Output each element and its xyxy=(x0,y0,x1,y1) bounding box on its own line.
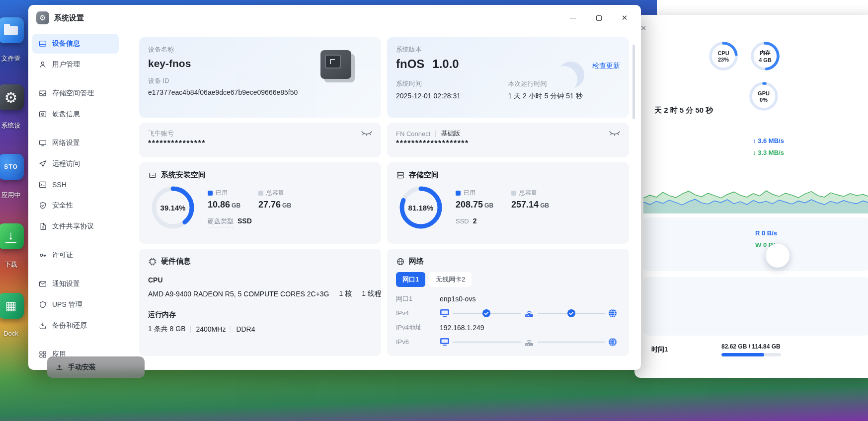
sidebar-item-label: 备份和还原 xyxy=(52,321,87,330)
sidebar-item-notifications[interactable]: 通知设置 xyxy=(32,274,119,294)
monitor-uptime: 天 2 时 5 分 50 秒 xyxy=(654,106,713,115)
divider xyxy=(190,326,191,333)
sidebar-item-user-management[interactable]: 用户管理 xyxy=(32,55,119,74)
docker-icon: ▦ xyxy=(0,293,24,319)
memory-gauge: 内存4 GB xyxy=(750,41,781,71)
sidebar-item-label: 存储空间管理 xyxy=(52,89,94,98)
used-value: 208.75 xyxy=(456,200,483,210)
sidebar-item-storage-pool[interactable]: 存储空间管理 xyxy=(32,83,119,103)
close-button[interactable]: ✕ xyxy=(615,10,634,25)
sidebar-item-label: 安全性 xyxy=(52,201,73,210)
storage-panel xyxy=(643,277,868,336)
monitor-close-icon[interactable]: ✕ xyxy=(640,24,647,33)
ram-frequency: 2400MHz xyxy=(196,325,226,333)
sidebar-item-file-sharing[interactable]: 文件共享协议 xyxy=(32,216,119,236)
network-globe-icon xyxy=(396,257,405,266)
sidebar-item-backup-restore[interactable]: 备份和还原 xyxy=(32,316,119,336)
desktop-icon-label: 下载 xyxy=(0,260,30,269)
ram-spec-row: 1 条共 8 GB 2400MHz DDR4 xyxy=(148,325,372,334)
card-network: 网络 网口1 无线网卡2 网口1 enp1s0-ovs xyxy=(387,249,629,356)
sidebar-item-label: 远程访问 xyxy=(52,159,80,168)
storage-space-donut: 81.18% xyxy=(399,186,443,229)
fn-account-label: 飞牛账号 xyxy=(148,129,174,138)
settings-sidebar: 设备信息 用户管理 存储空间管理 硬盘信息 网络设置 xyxy=(28,31,123,370)
total-legend-swatch xyxy=(258,191,263,196)
eye-closed-icon[interactable] xyxy=(361,131,372,137)
eye-closed-icon[interactable] xyxy=(609,131,620,137)
disk-type-label: 硬盘类型 xyxy=(208,217,234,227)
ram-section-label: 运行内存 xyxy=(148,310,372,319)
license-key-icon xyxy=(38,251,47,260)
disk-read-speed: R 0 B/s xyxy=(755,229,777,237)
router-icon xyxy=(524,309,535,318)
link-line xyxy=(538,342,606,343)
sidebar-item-network-settings[interactable]: 网络设置 xyxy=(32,133,119,153)
card-storage-space: 存储空间 81.18% 已用 208.7 xyxy=(387,162,629,244)
sidebar-item-disk-info[interactable]: 硬盘信息 xyxy=(32,104,119,124)
desktop-icon-app-center[interactable]: STO 应用中 xyxy=(0,154,30,200)
ssd-count-label: SSD xyxy=(456,217,469,225)
network-download-speed: ↓ 3.3 MB/s xyxy=(753,149,852,156)
ipv4-address-value: 192.168.1.249 xyxy=(440,324,484,332)
maximize-button[interactable] xyxy=(589,10,608,25)
tab-wireless2[interactable]: 无线网卡2 xyxy=(429,272,472,287)
network-icon xyxy=(38,139,47,147)
ipv4-address-row: IPv4地址 192.168.1.249 xyxy=(396,320,620,335)
sidebar-item-device-info[interactable]: 设备信息 xyxy=(32,34,119,54)
sidebar-item-ssh[interactable]: SSH xyxy=(32,175,119,195)
used-value: 10.86 xyxy=(208,200,230,210)
card-device-info: 设备名称 key-fnos 设备 ID e17377eac4b84f06ae9d… xyxy=(139,37,381,118)
disk-type-value: SSD xyxy=(237,217,252,225)
dock-manual-install[interactable]: 手动安装 xyxy=(47,356,145,378)
sidebar-item-security[interactable]: 安全性 xyxy=(32,196,119,215)
globe-icon xyxy=(608,309,617,318)
used-label: 已用 xyxy=(464,189,475,197)
port-label: 网口1 xyxy=(396,294,440,303)
desktop-icon-docker[interactable]: ▦ Dock xyxy=(0,293,30,337)
desktop-icon-system-settings[interactable]: ⚙ 系统设 xyxy=(0,84,30,130)
desktop-icon-downloads[interactable]: ↓ 下载 xyxy=(0,223,30,269)
ram-type: DDR4 xyxy=(236,325,255,333)
card-hardware-info: 硬件信息 CPU AMD A9-9400 RADEON R5, 5 COMPUT… xyxy=(139,249,381,356)
computer-icon xyxy=(440,338,450,346)
mail-icon xyxy=(38,280,47,288)
used-label: 已用 xyxy=(216,189,228,197)
desktop-icon-file-manager[interactable]: 文件管 xyxy=(0,17,30,63)
minimize-icon xyxy=(570,18,576,18)
cpu-section-label: CPU xyxy=(148,276,372,284)
port-value: enp1s0-ovs xyxy=(440,295,475,303)
dock-label: 手动安装 xyxy=(68,363,96,372)
up-arrow-icon: ↑ xyxy=(753,137,756,144)
scrollbar-thumb[interactable] xyxy=(632,45,635,119)
tab-lan1[interactable]: 网口1 xyxy=(396,272,425,287)
port-row: 网口1 enp1s0-ovs xyxy=(396,291,620,306)
sidebar-item-label: 文件共享协议 xyxy=(52,222,94,231)
os-name: fnOS xyxy=(396,57,424,71)
storage-space-icon xyxy=(396,171,405,180)
check-icon xyxy=(567,309,575,317)
total-label: 总容量 xyxy=(519,189,537,197)
used-legend-swatch xyxy=(208,191,213,196)
system-version-label: 系统版本 xyxy=(396,45,620,54)
total-unit: GB xyxy=(282,202,291,209)
window-title: 系统设置 xyxy=(54,13,84,23)
minimize-button[interactable] xyxy=(563,10,582,25)
disk-usage-fill xyxy=(721,353,764,356)
settings-gear-icon: ⚙ xyxy=(36,11,49,24)
sidebar-item-label: UPS 管理 xyxy=(52,300,82,309)
desktop: 文件管 ⚙ 系统设 STO 应用中 ↓ 下载 ▦ Dock ✕ CPU23% 内… xyxy=(0,0,868,421)
sidebar-item-ups[interactable]: UPS 管理 xyxy=(32,295,119,315)
upload-icon xyxy=(55,363,64,371)
shield-check-icon xyxy=(38,201,47,210)
sidebar-item-license[interactable]: 许可证 xyxy=(32,245,119,265)
sidebar-item-remote-access[interactable]: 远程访问 xyxy=(32,154,119,174)
sidebar-item-label: 许可证 xyxy=(52,251,73,260)
apps-grid-icon xyxy=(38,350,47,359)
moon-decoration xyxy=(551,66,577,93)
check-update-link[interactable]: 检查更新 xyxy=(592,62,620,70)
floating-button[interactable] xyxy=(766,244,789,268)
cpu-gauge: CPU23% xyxy=(708,41,739,71)
os-version: 1.0.0 xyxy=(432,57,459,71)
uptime-value: 1 天 2 小时 5 分钟 51 秒 xyxy=(508,92,621,101)
file-protocol-icon xyxy=(38,222,47,231)
